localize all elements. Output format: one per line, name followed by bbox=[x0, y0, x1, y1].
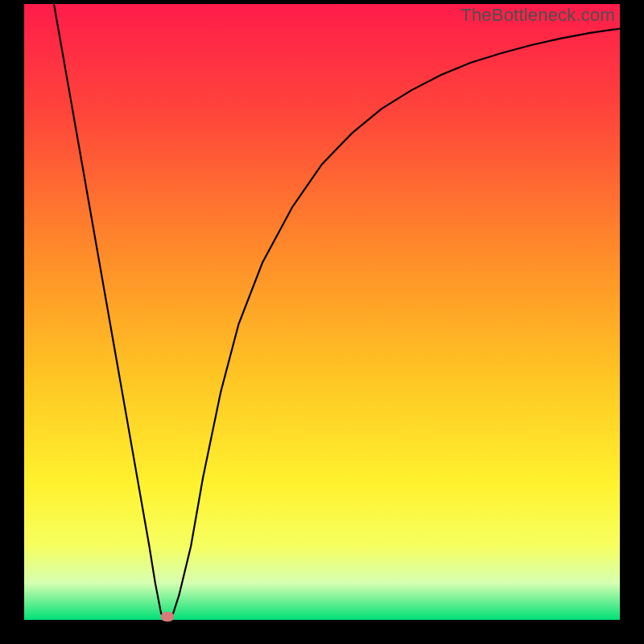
chart-container: TheBottleneck.com bbox=[0, 0, 644, 644]
gradient-background bbox=[24, 4, 620, 620]
plot-area bbox=[24, 4, 620, 620]
optimum-marker bbox=[161, 612, 174, 621]
plot-svg bbox=[24, 4, 620, 620]
watermark-text: TheBottleneck.com bbox=[460, 5, 615, 26]
